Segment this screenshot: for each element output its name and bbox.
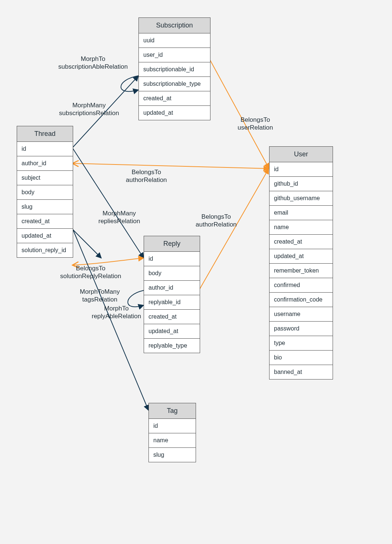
label-morphto-subscription: MorphTosubscriptionAbleRelation — [58, 55, 128, 71]
field-user-id: user_id — [139, 48, 210, 62]
field-type: type — [270, 336, 333, 350]
entity-header: User — [270, 147, 333, 162]
field-subscriptionable-id: subscriptionable_id — [139, 62, 210, 76]
field-body: body — [144, 266, 200, 280]
field-email: email — [270, 205, 333, 220]
field-slug: slug — [17, 199, 73, 214]
field-id: id — [149, 419, 196, 433]
entity-header: Reply — [144, 236, 200, 252]
label-morphmany-replies: MorphManyrepliesRelation — [98, 209, 140, 225]
field-replyable-type: replyable_type — [144, 338, 200, 353]
field-replyable-id: replyable_id — [144, 295, 200, 309]
field-banned-at: banned_at — [270, 365, 333, 379]
entity-header: Thread — [17, 126, 73, 142]
field-id: id — [17, 142, 73, 156]
entity-reply: Replyidbodyauthor_idreplyable_idcreated_… — [144, 236, 200, 353]
field-slug: slug — [149, 447, 196, 462]
field-confirmation-code: confirmation_code — [270, 292, 333, 307]
label-morphtomany-tags: MorphToManytagsRelation — [80, 288, 120, 304]
belongs-label-bridge — [72, 229, 101, 258]
label-belongsto-user: BelongsTouserRelation — [238, 116, 273, 132]
field-body: body — [17, 185, 73, 199]
field-password: password — [270, 321, 333, 336]
field-updated-at: updated_at — [139, 105, 210, 120]
reply-authorid-to-user — [199, 169, 269, 290]
entity-user: Useridgithub_idgithub_usernameemailnamec… — [269, 146, 333, 380]
field-author-id: author_id — [17, 156, 73, 170]
field-author-id: author_id — [144, 280, 200, 295]
label-belongsto-solution: BelongsTosolutionReplyRelation — [60, 264, 121, 280]
field-name: name — [149, 433, 196, 447]
field-name: name — [270, 220, 333, 234]
thread-authorid-to-user — [72, 163, 269, 169]
field-subject: subject — [17, 170, 73, 185]
entity-subscription: Subscriptionuuiduser_idsubscriptionable_… — [138, 17, 210, 120]
field-solution-reply-id: solution_reply_id — [17, 243, 73, 257]
field-remember-token: remember_token — [270, 263, 333, 278]
label-morphmany-subscriptions: MorphManysubscriptionsRelation — [59, 101, 119, 117]
field-updated-at: updated_at — [144, 324, 200, 338]
field-github-username: github_username — [270, 191, 333, 205]
entity-tag: Tagidnameslug — [148, 403, 196, 462]
field-subscriptionable-type: subscriptionable_type — [139, 76, 210, 91]
label-belongsto-author-reply: BelongsToauthorRelation — [196, 213, 237, 229]
field-id: id — [144, 252, 200, 266]
field-created-at: created_at — [144, 309, 200, 324]
field-bio: bio — [270, 350, 333, 365]
entity-header: Tag — [149, 403, 196, 419]
field-username: username — [270, 307, 333, 321]
field-uuid: uuid — [139, 33, 210, 48]
entity-thread: Threadidauthor_idsubjectbodyslugcreated_… — [17, 126, 73, 258]
field-created-at: created_at — [17, 214, 73, 228]
field-created-at: created_at — [139, 91, 210, 105]
field-id: id — [270, 162, 333, 176]
label-morphto-replyable: MorphToreplyAbleRelation — [92, 304, 141, 320]
subscription-userid-to-user — [210, 59, 269, 169]
field-created-at: created_at — [270, 234, 333, 249]
label-belongsto-author-thread: BelongsToauthorRelation — [126, 168, 167, 184]
entity-header: Subscription — [139, 18, 210, 33]
field-confirmed: confirmed — [270, 278, 333, 292]
field-github-id: github_id — [270, 176, 333, 191]
field-updated-at: updated_at — [17, 228, 73, 243]
field-updated-at: updated_at — [270, 249, 333, 263]
